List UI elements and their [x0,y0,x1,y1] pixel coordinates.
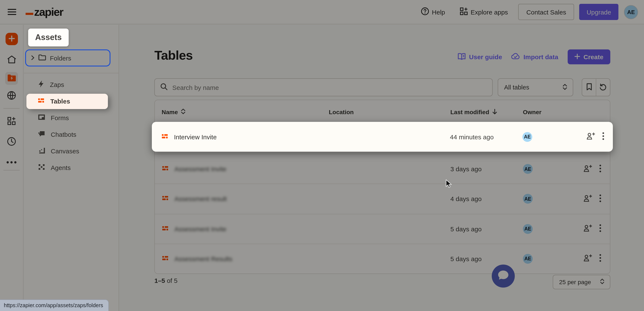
kebab-icon [602,132,604,141]
share-button[interactable] [586,132,595,141]
owner-avatar: AE [522,132,532,142]
person-plus-icon [586,132,595,141]
panel-title: Assets [28,28,69,46]
status-url-bubble: https://zapier.com/app/assets/zaps/folde… [0,300,109,311]
zapier-app: zapier Help Explore apps Contact Sales U… [0,0,644,311]
table-row-highlighted[interactable]: Interview Invite 44 minutes ago AE [152,122,613,152]
last-modified: 44 minutes ago [450,133,522,140]
tables-icon [161,133,168,141]
table-name: Interview Invite [174,133,217,140]
row-menu-button[interactable] [602,132,604,141]
sidebar-item-tables[interactable]: Tables [26,93,108,109]
tables-icon [38,97,45,105]
spotlight-overlay [0,0,644,311]
